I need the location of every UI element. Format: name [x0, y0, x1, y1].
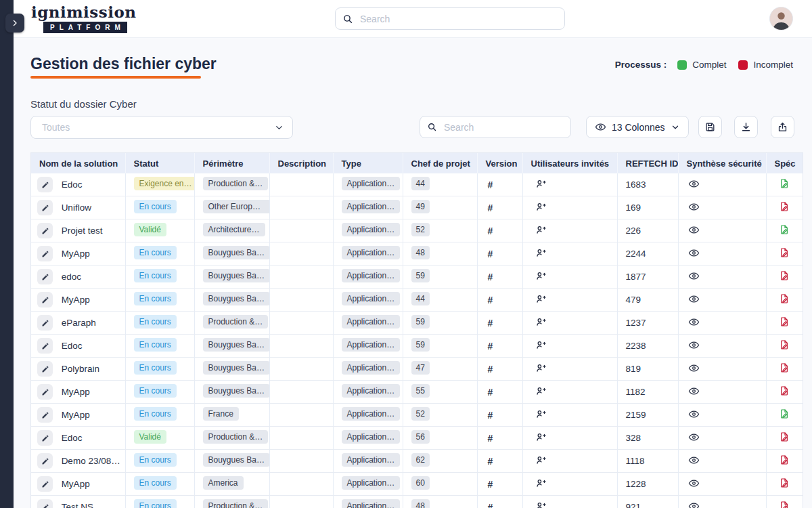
table-row[interactable]: Test NS En cours Production &… Applicati… [31, 496, 803, 508]
brand-logo[interactable]: ignimission PLATFORM [31, 4, 137, 33]
spec-file-pen-icon[interactable] [779, 478, 790, 488]
user-plus-icon[interactable] [535, 316, 547, 328]
edit-row-button[interactable] [37, 269, 53, 284]
edit-row-button[interactable] [37, 338, 53, 354]
edit-row-button[interactable] [37, 177, 53, 192]
table-row[interactable]: Polybrain En cours Bouygues Ba… Applicat… [31, 358, 803, 381]
table-row[interactable]: Edoc En cours Bouygues Ba… Application… … [31, 335, 803, 358]
save-view-button[interactable] [698, 116, 722, 138]
global-search[interactable] [335, 7, 565, 30]
spec-file-pen-icon[interactable] [779, 293, 790, 304]
table-row[interactable]: Uniflow En cours Other Europe… Applicati… [31, 196, 803, 219]
security-summary-eye-icon[interactable] [688, 478, 700, 489]
edit-row-button[interactable] [37, 361, 53, 377]
export-button[interactable] [771, 116, 794, 138]
spec-file-pen-icon[interactable] [779, 224, 790, 235]
edit-row-button[interactable] [37, 499, 53, 508]
user-avatar[interactable] [769, 7, 793, 30]
user-plus-icon[interactable] [535, 362, 547, 374]
spec-file-pen-icon[interactable] [779, 270, 790, 281]
edit-row-button[interactable] [37, 430, 53, 446]
security-summary-eye-icon[interactable] [688, 247, 700, 259]
edit-row-button[interactable] [37, 315, 53, 331]
table-row[interactable]: MyApp En cours America Application… 60 #… [31, 473, 803, 496]
reftech-id: 2238 [617, 335, 678, 358]
spec-file-pen-icon[interactable] [779, 339, 790, 350]
user-plus-icon[interactable] [535, 293, 547, 305]
security-summary-eye-icon[interactable] [688, 431, 700, 443]
solution-name: Uniflow [62, 203, 91, 213]
table-search-input[interactable] [443, 121, 564, 133]
security-summary-eye-icon[interactable] [688, 385, 700, 397]
download-button[interactable] [734, 116, 758, 138]
security-summary-eye-icon[interactable] [688, 316, 700, 328]
spec-file-pen-icon[interactable] [779, 385, 790, 396]
spec-file-pen-icon[interactable] [779, 316, 790, 327]
spec-file-pen-icon[interactable] [779, 362, 790, 373]
column-header: Chef de projet [403, 153, 477, 173]
edit-row-button[interactable] [37, 223, 53, 238]
table-row[interactable]: MyApp En cours Bouygues Ba… Application…… [31, 289, 803, 312]
user-plus-icon[interactable] [535, 385, 547, 397]
table-row[interactable]: Edoc Exigence en… Production &… Applicat… [31, 173, 803, 196]
edit-row-button[interactable] [37, 384, 53, 400]
description-cell [269, 219, 333, 242]
perimeter-chip: Bouygues Ba… [203, 269, 270, 282]
data-table: Nom de la solutionStatutPérimètreDescrip… [30, 152, 803, 508]
reftech-id: 328 [617, 427, 678, 450]
sidebar-expand-button[interactable] [5, 14, 24, 33]
spec-file-pen-icon[interactable] [779, 454, 790, 465]
user-plus-icon[interactable] [535, 454, 547, 466]
security-summary-eye-icon[interactable] [688, 293, 700, 305]
complete-status-swatch [677, 60, 687, 70]
type-chip: Application… [342, 430, 401, 444]
spec-file-pen-icon[interactable] [779, 201, 790, 212]
security-summary-eye-icon[interactable] [688, 408, 700, 420]
user-plus-icon[interactable] [535, 501, 547, 508]
table-row[interactable]: Edoc Validé Production &… Application… 5… [31, 427, 803, 450]
edit-row-button[interactable] [37, 407, 53, 423]
security-summary-eye-icon[interactable] [688, 501, 700, 508]
spec-file-pen-icon[interactable] [779, 247, 790, 258]
edit-row-button[interactable] [37, 453, 53, 469]
security-summary-eye-icon[interactable] [688, 339, 700, 351]
table-row[interactable]: Projet test Validé Architecture… Applica… [31, 219, 803, 242]
spec-file-pen-icon[interactable] [779, 178, 790, 189]
spec-file-pen-icon[interactable] [779, 408, 790, 419]
user-plus-icon[interactable] [535, 478, 547, 489]
security-summary-eye-icon[interactable] [688, 178, 700, 190]
edit-row-button[interactable] [37, 292, 53, 308]
user-plus-icon[interactable] [535, 247, 547, 259]
table-row[interactable]: MyApp En cours Bouygues Ba… Application…… [31, 381, 803, 404]
security-summary-eye-icon[interactable] [688, 270, 700, 282]
user-plus-icon[interactable] [535, 270, 547, 282]
security-summary-eye-icon[interactable] [688, 362, 700, 374]
security-summary-eye-icon[interactable] [688, 224, 700, 236]
table-row[interactable]: eParaph En cours Production &… Applicati… [31, 312, 803, 335]
security-summary-eye-icon[interactable] [688, 454, 700, 466]
user-plus-icon[interactable] [535, 408, 547, 420]
project-lead-value: 59 [411, 338, 430, 352]
spec-file-pen-icon[interactable] [779, 501, 790, 508]
table-search[interactable] [420, 116, 571, 138]
table-row[interactable]: Demo 23/08… En cours Bouygues Ba… Applic… [31, 450, 803, 473]
spec-file-pen-icon[interactable] [779, 431, 790, 442]
table-row[interactable]: MyApp En cours France Application… 52 # … [31, 404, 803, 427]
user-plus-icon[interactable] [535, 178, 547, 190]
user-plus-icon[interactable] [535, 339, 547, 351]
edit-row-button[interactable] [37, 476, 53, 492]
table-row[interactable]: MyApp En cours Bouygues Ba… Application…… [31, 242, 803, 266]
user-plus-icon[interactable] [535, 201, 547, 213]
status-filter-select[interactable]: Toutes [30, 116, 293, 139]
user-plus-icon[interactable] [535, 431, 547, 443]
pencil-icon [41, 204, 49, 212]
solution-name: MyApp [62, 387, 90, 397]
edit-row-button[interactable] [37, 200, 53, 215]
global-search-input[interactable] [359, 13, 558, 25]
edit-row-button[interactable] [37, 246, 53, 261]
table-row[interactable]: edoc En cours Bouygues Ba… Application… … [31, 266, 803, 289]
columns-visibility-button[interactable]: 13 Colonnes [586, 116, 689, 138]
security-summary-eye-icon[interactable] [688, 201, 700, 213]
pencil-icon [41, 480, 49, 488]
user-plus-icon[interactable] [535, 224, 547, 236]
